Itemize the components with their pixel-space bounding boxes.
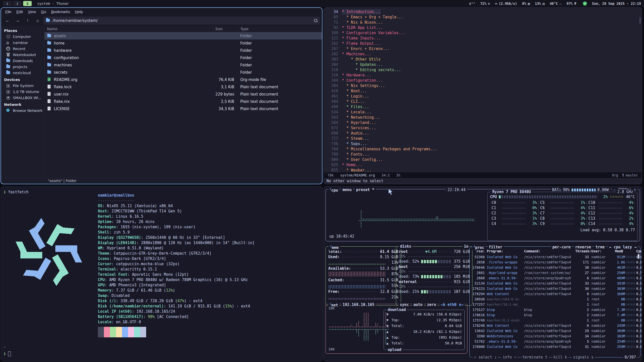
status-module[interactable]: 46°C♨	[550, 2, 561, 6]
path-field[interactable]: /home/nambiar/system/	[43, 17, 320, 25]
menu-bookmarks[interactable]: Bookmarks	[49, 9, 72, 15]
menu-go[interactable]: Go	[39, 9, 48, 15]
status-module[interactable]: ∞(2.9kb/s)	[495, 2, 517, 6]
tab-mem[interactable]: 2mem	[329, 244, 340, 250]
process-row[interactable]: 176646Isolated Web Co/nix/store/sm8fmrf3…	[470, 265, 640, 270]
proc-scrollbar-thumb[interactable]	[638, 254, 639, 259]
process-row[interactable]: 2660.emacs-31.0.50-/nix/store/wnqz5pa8ra…	[470, 276, 640, 281]
net-sync-toggle[interactable]: sync	[398, 302, 410, 307]
tab-menu[interactable]: menu	[341, 187, 353, 193]
proc-reverse-toggle[interactable]: reverse	[574, 245, 592, 250]
proc-filter[interactable]: filter	[488, 245, 504, 250]
process-row[interactable]: 52368Isolated Web Co/nix/store/sm8fmrf3w…	[470, 254, 640, 260]
sidebar-item-smallbox-wi-[interactable]: SMALLBOX Wi...	[1, 95, 44, 101]
file-row-machines[interactable]: machinesFolder	[45, 61, 322, 69]
io-toggle[interactable]: io	[463, 244, 470, 249]
tab-preset[interactable]: preset *	[355, 187, 376, 193]
process-row[interactable]: 38936kworker/u64:6-kc1root0B0.0	[470, 297, 640, 302]
file-row-hardware[interactable]: hardwareFolder	[45, 47, 322, 54]
proc-tree-toggle[interactable]: tree	[594, 245, 606, 250]
process-row[interactable]: 176000Isolated Web Co/nix/store/sm8fmrf3…	[470, 344, 640, 349]
net-interface-switcher[interactable]: ←b eth0 n→	[439, 302, 465, 307]
core-graph	[598, 223, 623, 225]
proc-footer-action[interactable]: terminate t	[521, 355, 549, 360]
process-row[interactable]: 178616btopbtop2nambiar7.4M0.0	[470, 312, 640, 318]
process-row[interactable]: 3390WebExtensions/nix/store/sm8fmrf3wps4…	[470, 334, 640, 339]
file-row-secrets[interactable]: secretsFolder	[45, 69, 322, 76]
proc-footer-action[interactable]: ↑ select ↓	[473, 355, 498, 360]
proc-footer-action[interactable]: info ⏎	[501, 355, 517, 360]
workspace-2[interactable]: 2	[13, 1, 22, 6]
file-row-assets[interactable]: assetsFolder	[45, 32, 322, 39]
org-buffer[interactable]: 34* Introduction...65* Emacs + Org + Tan…	[324, 8, 641, 172]
workspace-3[interactable]: 3	[23, 1, 32, 6]
process-row[interactable]: 175749kworker/6:2-even1root0B0.0	[470, 318, 640, 323]
proc-footer-action[interactable]: signals s	[572, 355, 595, 360]
sidebar-item-nextcloud[interactable]: nextcloud	[1, 70, 44, 76]
proc-percore-toggle[interactable]: per-core	[551, 245, 572, 250]
sidebar-item-computer[interactable]: Computer	[1, 34, 44, 40]
sidebar-item-browse-network[interactable]: Browse Network	[1, 108, 44, 114]
proc-command: /nix/store/sm8fmrf3wps4	[524, 344, 575, 349]
menu-edit[interactable]: Edit	[14, 9, 25, 15]
process-row[interactable]: 178294Web Content/nix/store/sm8fmrf3wps4…	[470, 291, 640, 297]
up-button[interactable]: ↑	[23, 17, 32, 24]
file-row-configuration[interactable]: configurationFolder	[45, 54, 322, 61]
sidebar-item-file-system[interactable]: File System	[1, 83, 44, 89]
process-row[interactable]: 2658.firefox-wrappe/nix/store/sm8fmrf3wp…	[470, 260, 640, 265]
process-row[interactable]: 51762.emacs-31.0.50-/nix/store/wnqz5pa8r…	[470, 339, 640, 344]
forward-button[interactable]: →	[13, 17, 22, 24]
workspace-1[interactable]: 1	[3, 1, 12, 6]
emacs-scrollbar[interactable]	[639, 17, 641, 24]
tab-proc[interactable]: 4proc	[472, 244, 486, 250]
column-header-size[interactable]: Size	[213, 26, 238, 32]
proc-user: nambiar	[591, 307, 612, 312]
sidebar-item-nambiar[interactable]: nambiar	[1, 40, 44, 46]
clock[interactable]: Sun, 28 Sep 2025 - 22:19	[592, 2, 641, 6]
back-button[interactable]: ←	[3, 17, 12, 24]
proc-cpu-graph	[626, 335, 635, 337]
proc-sort-selector[interactable]: ← cpu lazy →	[608, 245, 638, 250]
file-row-license[interactable]: LICENSE34,3 KiBPlain text document	[45, 105, 322, 112]
search-icon[interactable]	[314, 19, 317, 22]
status-module[interactable]: 0%▣	[522, 2, 530, 6]
net-zero-toggle[interactable]: zero	[426, 302, 437, 307]
process-row[interactable]: 178248Web Content/nix/store/sm8fmrf3wps4…	[470, 323, 640, 328]
home-button[interactable]: ⌂	[33, 17, 42, 24]
sidebar-item-1-0-tb-volume[interactable]: 1,0 TB Volume	[1, 89, 44, 95]
disk-io-label: IO%	[399, 284, 406, 289]
net-auto-toggle[interactable]: auto	[412, 302, 424, 307]
terminal-content[interactable]: ❯ fastfetch nambiar@smallbox------------…	[1, 187, 323, 361]
sidebar-item-recent[interactable]: Recent	[1, 46, 44, 52]
process-row[interactable]: 13642Isolated Web Co/nix/store/sm8fmrf3w…	[470, 328, 640, 334]
status-module[interactable]: zᶻᶻ	[469, 2, 475, 6]
process-row[interactable]: 177257kworker/10:1-mm_1root0B0.0	[470, 302, 640, 307]
status-module[interactable]: ✔	[581, 2, 587, 6]
mem-total: 61.4 GiB	[380, 249, 398, 254]
menu-view[interactable]: View	[26, 9, 38, 15]
process-row[interactable]: 176223Isolated Web Co/nix/store/sm8fmrf3…	[470, 286, 640, 291]
process-row[interactable]: 52134Isolated Web Co/nix/store/sm8fmrf3w…	[470, 281, 640, 286]
menu-file[interactable]: File	[3, 9, 14, 15]
sidebar-item-downloads[interactable]: Downloads	[1, 58, 44, 64]
tab-cpu[interactable]: 1cpu	[328, 187, 339, 193]
file-row-flake-lock[interactable]: flake.lock3,1 KiBPlain text document	[45, 83, 322, 90]
status-module[interactable]: 72%∩	[480, 2, 490, 6]
interval-decrease[interactable]: -	[613, 188, 616, 192]
status-module[interactable]: 97%Ψ	[567, 2, 576, 6]
file-row-readme-org[interactable]: README.org76,4 KiBOrg-mode file	[45, 76, 322, 83]
process-row[interactable]: 2601.Hyprland-wrapp/run/current-system/s…	[470, 270, 640, 276]
menu-help[interactable]: Help	[73, 9, 85, 15]
column-header-name[interactable]: Name	[45, 26, 213, 32]
column-header-type[interactable]: Type	[238, 26, 322, 32]
file-row-flake-nix[interactable]: flake.nix2,5 KiBPlain text document	[45, 98, 322, 105]
file-row-user-nix[interactable]: user.nix229 bytesPlain text document	[45, 90, 322, 98]
sidebar-item-wastebasket[interactable]: Wastebasket	[1, 52, 44, 58]
proc-footer-action[interactable]: kill k	[552, 355, 568, 360]
sidebar-item-projects[interactable]: projects	[1, 64, 44, 70]
status-module[interactable]: 13%▤	[535, 2, 545, 6]
shell-prompt-current[interactable]: ❯	[4, 351, 11, 356]
proc-mem: 369M	[612, 328, 625, 334]
process-row[interactable]: 179127btopbtop2nambiar7.3M0.0	[470, 307, 640, 312]
file-row-home[interactable]: homeFolder	[45, 39, 322, 47]
